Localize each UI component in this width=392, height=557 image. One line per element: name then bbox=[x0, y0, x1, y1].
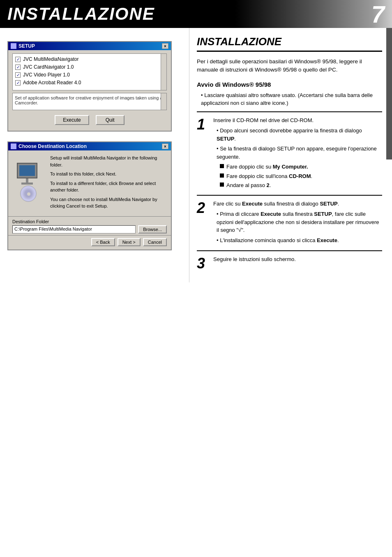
main-layout: SETUP × ✓ JVC MultiMediaNavigator ✓ JVC … bbox=[0, 28, 392, 282]
dest-text-area: Setup will install MultiMedia Navigator … bbox=[50, 155, 167, 212]
step-1-sub-bullet-2-text: Fare doppio clic sull'icona CD-ROM. bbox=[226, 172, 312, 180]
setup-dialog-title: SETUP bbox=[18, 43, 35, 49]
step-1-sub-bullet-1-text: Fare doppio clic su My Computer. bbox=[226, 163, 308, 171]
avvio-title: Avvio di Windows® 95/98 bbox=[197, 81, 382, 88]
setup-dialog-titlebar: SETUP × bbox=[8, 42, 171, 50]
dest-dialog-title: Choose Destination Location bbox=[18, 143, 87, 149]
checkbox-multimedia-label: JVC MultiMediaNavigator bbox=[23, 56, 78, 62]
checkbox-item-videoplayer: ✓ JVC Video Player 1.0 bbox=[15, 72, 164, 78]
step-1-sub-bullet-2: Fare doppio clic sull'icona CD-ROM. bbox=[220, 172, 382, 180]
header-page-number: 7 bbox=[371, 0, 385, 28]
step-3-content: Seguire le istruzioni sullo schermo. bbox=[213, 255, 382, 271]
step-2-bullet-1: • Prima di cliccare Execute sulla finest… bbox=[217, 210, 382, 234]
monitor-stand bbox=[26, 178, 28, 183]
browse-button[interactable]: Browse... bbox=[138, 225, 167, 233]
checkbox-videoplayer-label: JVC Video Player 1.0 bbox=[23, 72, 70, 78]
step-1-content: Inserire il CD-ROM nel drive del CD-ROM.… bbox=[213, 116, 382, 191]
dest-folder-input[interactable]: C:\Program Files\MultiMedia Navigator bbox=[12, 225, 136, 233]
setup-description: Set of application software for creative… bbox=[12, 93, 167, 110]
checkbox-cardnav-label: JVC CardNavigator 1.0 bbox=[23, 64, 74, 70]
step-3-number: 3 bbox=[197, 255, 213, 271]
checkbox-acrobat-label: Adobe Acrobat Reader 4.0 bbox=[23, 80, 81, 86]
dest-titlebar-left: Choose Destination Location bbox=[11, 143, 87, 149]
quit-button[interactable]: Quit bbox=[96, 115, 125, 125]
next-button[interactable]: Next > bbox=[118, 238, 141, 246]
step-1-main-text: Inserire il CD-ROM nel drive del CD-ROM. bbox=[213, 117, 314, 123]
left-column: SETUP × ✓ JVC MultiMediaNavigator ✓ JVC … bbox=[0, 28, 189, 282]
bullet-square-1 bbox=[220, 164, 224, 168]
checkbox-item-multimedia: ✓ JVC MultiMediaNavigator bbox=[15, 56, 164, 62]
setup-dialog-body: ✓ JVC MultiMediaNavigator ✓ JVC CardNavi… bbox=[8, 50, 171, 131]
step-1-bullet-2: • Se la finestra di dialogo SETUP non ap… bbox=[217, 145, 382, 161]
step-1-sub-bullet-1: Fare doppio clic su My Computer. bbox=[220, 163, 382, 171]
execute-button[interactable]: Execute bbox=[55, 115, 89, 125]
right-accent-bar bbox=[386, 28, 392, 159]
header-banner: INSTALLAZIONE 7 bbox=[0, 0, 392, 28]
dest-text-line-1: Setup will install MultiMedia Navigator … bbox=[50, 155, 167, 168]
dest-close-button[interactable]: × bbox=[162, 143, 168, 149]
dest-illustration bbox=[14, 163, 44, 204]
right-intro-text: Per i dettagli sulle operazioni basilari… bbox=[197, 58, 382, 74]
step-2-main: Fare clic su Execute sulla finestra di d… bbox=[213, 200, 382, 208]
bullet-square-2 bbox=[220, 173, 224, 178]
checkbox-acrobat[interactable]: ✓ bbox=[15, 80, 21, 86]
dest-dialog-body: Setup will install MultiMedia Navigator … bbox=[8, 150, 171, 216]
dest-text-line-3: To install to a different folder, click … bbox=[50, 180, 167, 194]
dest-folder-row: Destination Folder C:\Program Files\Mult… bbox=[8, 216, 171, 235]
setup-desc-scrollbar[interactable] bbox=[161, 93, 166, 110]
checkbox-videoplayer[interactable]: ✓ bbox=[15, 72, 21, 78]
step-1-sub-bullet-3-text: Andare al passo 2. bbox=[226, 181, 271, 190]
checkbox-item-cardnav: ✓ JVC CardNavigator 1.0 bbox=[15, 64, 164, 70]
step-1-bullet-1: • Dopo alcuni secondi dovrebbe apparire … bbox=[217, 127, 382, 143]
step-1-row: 1 Inserire il CD-ROM nel drive del CD-RO… bbox=[197, 111, 382, 195]
setup-checkbox-list: ✓ JVC MultiMediaNavigator ✓ JVC CardNavi… bbox=[12, 53, 167, 90]
dest-text-line-2: To install to this folder, click Next. bbox=[50, 171, 167, 178]
dest-dialog-titlebar: Choose Destination Location × bbox=[8, 142, 171, 150]
step-2-number: 2 bbox=[197, 200, 213, 247]
setup-titlebar-left: SETUP bbox=[11, 43, 35, 49]
checkbox-multimedia[interactable]: ✓ bbox=[15, 57, 21, 62]
dest-dialog-icon bbox=[11, 143, 16, 149]
right-column-title: INSTALLAZIONE bbox=[197, 35, 382, 52]
monitor-base bbox=[21, 183, 33, 185]
steps-container: 1 Inserire il CD-ROM nel drive del CD-RO… bbox=[197, 111, 382, 275]
setup-dialog-buttons: Execute Quit bbox=[12, 113, 167, 127]
step-2-content: Fare clic su Execute sulla finestra di d… bbox=[213, 200, 382, 247]
step-2-row: 2 Fare clic su Execute sulla finestra di… bbox=[197, 195, 382, 251]
dest-illustration-area bbox=[12, 155, 45, 212]
dest-nav-buttons: < Back Next > Cancel bbox=[8, 235, 171, 250]
cd-hole bbox=[27, 192, 30, 196]
bullet-square-3 bbox=[220, 183, 224, 187]
setup-close-button[interactable]: × bbox=[162, 43, 168, 49]
step-3-row: 3 Seguire le istruzioni sullo schermo. bbox=[197, 250, 382, 275]
right-column: INSTALLAZIONE Per i dettagli sulle opera… bbox=[189, 28, 392, 282]
cancel-button[interactable]: Cancel bbox=[143, 238, 167, 246]
step-2-bullet-2: • L'installazione comincia quando si cli… bbox=[217, 236, 382, 245]
step-1-sub-bullet-3: Andare al passo 2. bbox=[220, 181, 382, 190]
step-3-main: Seguire le istruzioni sullo schermo. bbox=[213, 255, 382, 263]
checkbox-item-acrobat: ✓ Adobe Acrobat Reader 4.0 bbox=[15, 80, 164, 86]
back-button[interactable]: < Back bbox=[91, 238, 115, 246]
dest-folder-input-row: C:\Program Files\MultiMedia Navigator Br… bbox=[12, 225, 167, 233]
step-1-main: Inserire il CD-ROM nel drive del CD-ROM. bbox=[213, 116, 382, 125]
setup-list-scrollbar[interactable] bbox=[161, 54, 166, 90]
monitor-icon bbox=[17, 163, 37, 178]
setup-description-text: Set of application software for creative… bbox=[15, 95, 163, 105]
dest-dialog: Choose Destination Location × bbox=[7, 141, 172, 250]
setup-dialog: SETUP × ✓ JVC MultiMediaNavigator ✓ JVC … bbox=[7, 41, 172, 132]
avvio-bullet: • Lasciare qualsiasi altro software usat… bbox=[201, 91, 382, 107]
step-1-number: 1 bbox=[197, 116, 213, 191]
monitor-screen bbox=[19, 165, 35, 176]
avvio-bullet-text: Lasciare qualsiasi altro software usato.… bbox=[201, 92, 373, 106]
setup-dialog-icon bbox=[11, 43, 16, 49]
cd-disc-icon bbox=[20, 185, 37, 202]
checkbox-cardnav[interactable]: ✓ bbox=[15, 65, 21, 70]
dest-text-line-4: You can choose not to install MultiMedia… bbox=[50, 196, 167, 210]
header-title: INSTALLAZIONE bbox=[7, 4, 155, 24]
dest-folder-label: Destination Folder bbox=[12, 219, 167, 224]
